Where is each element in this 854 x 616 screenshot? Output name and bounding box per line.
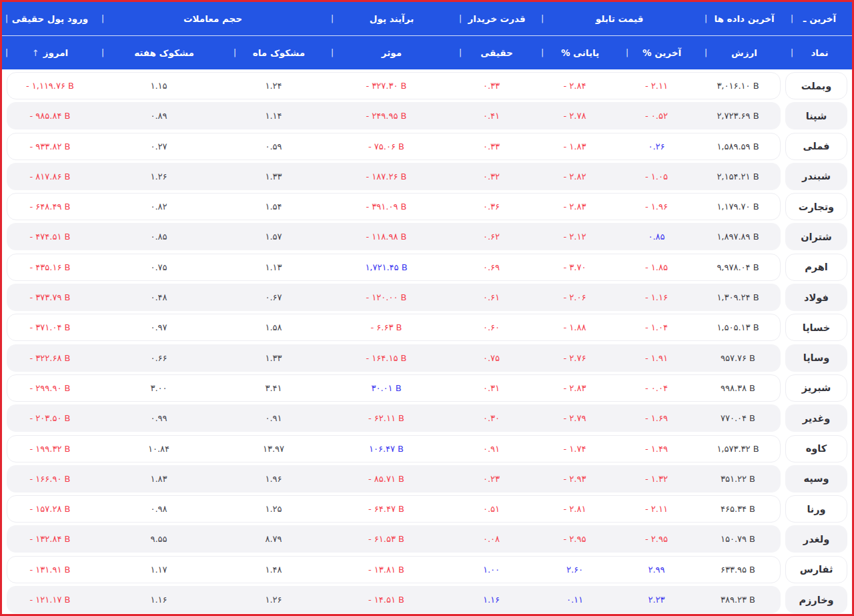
cell-last-pct: - ۰.۵۲	[617, 111, 696, 121]
cell-last-pct: - ۰.۰۴	[617, 383, 696, 393]
cell-susp-week: ۱.۸۳	[93, 474, 225, 484]
cell-susp-month: ۳.۴۱	[225, 383, 322, 393]
cell-susp-week: ۰.۴۸	[93, 292, 225, 302]
table-row[interactable]: کاوه۱,۵۷۳.۳۲ B- ۱.۴۹- ۱.۷۴۰.۹۱۱۰۶.۴۷ B۱۳…	[7, 435, 847, 463]
table-row[interactable]: ثفارس۶۳۳.۹۵ B۲.۹۹۲.۶۰۱.۰۰- ۱۳.۸۱ B۱.۴۸۱.…	[7, 556, 847, 583]
symbol-cell[interactable]: کاوه	[785, 435, 847, 463]
column-header-value[interactable]: ارزش	[701, 36, 787, 69]
cell-susp-week: ۰.۹۸	[93, 504, 225, 514]
symbol-cell[interactable]: وبملت	[785, 72, 847, 99]
cell-today: - ۳۷۳.۷۹ B	[7, 292, 93, 302]
table-row[interactable]: وساپا۹۵۷.۷۶ B- ۱.۹۱- ۲.۷۶۰.۷۵- ۱۶۴.۱۵ B۱…	[7, 344, 847, 372]
table-row[interactable]: ولغدر۱۵۰.۷۹ B- ۲.۹۵- ۲.۹۵۰.۰۸- ۶۱.۵۳ B۸.…	[7, 525, 847, 553]
cell-real-power: ۰.۹۱	[450, 444, 532, 454]
group-header-trade-volume: حجم معاملات	[98, 2, 328, 35]
symbol-cell[interactable]: فملی	[785, 133, 847, 160]
table-row[interactable]: ورنا۴۶۵.۳۴ B- ۲.۱۱- ۲.۸۱۰.۵۱- ۶۴.۴۷ B۱.۲…	[7, 495, 847, 523]
group-header-money-result: برآیند پول	[328, 2, 456, 35]
symbol-cell[interactable]: ورنا	[785, 495, 847, 523]
cell-real-power: ۰.۶۱	[450, 292, 532, 302]
cell-susp-month: ۱.۲۶	[225, 595, 322, 605]
cell-value: ۹۵۷.۷۶ B	[696, 353, 780, 363]
cell-susp-week: ۳.۰۰	[93, 383, 225, 393]
table-row[interactable]: شتران۱,۸۹۷.۸۹ B۰.۸۵- ۲.۱۲۰.۶۲- ۱۱۸.۹۸ B۱…	[7, 223, 847, 250]
column-header-last-pct[interactable]: آخرین %	[622, 36, 701, 69]
cell-value: ۱,۵۷۳.۳۲ B	[696, 444, 780, 454]
cell-susp-week: ۰.۸۲	[93, 202, 225, 212]
column-header-susp-week[interactable]: مشکوک هفته	[98, 36, 230, 69]
table-row[interactable]: وغدیر۷۷۰.۰۴ B- ۱.۶۹- ۲.۷۹۰.۳۰- ۶۲.۱۱ B۰.…	[7, 404, 847, 432]
column-header-susp-month[interactable]: مشکوک ماه	[230, 36, 328, 69]
symbol-cell[interactable]: وسپه	[785, 465, 847, 493]
table-row[interactable]: وخارزم۳۸۹.۲۳ B۲.۲۳۰.۱۱۱.۱۶- ۱۴.۵۱ B۱.۲۶۱…	[7, 586, 847, 613]
table-row[interactable]: فولاد۱,۳۰۹.۲۴ B- ۱.۱۶- ۲.۰۶۰.۶۱- ۱۲۰.۰۰ …	[7, 284, 847, 311]
column-header-today-label: امروز	[43, 47, 69, 58]
cell-susp-month: ۱.۲۴	[225, 81, 322, 91]
cell-net-flow: - ۱۱۸.۹۸ B	[322, 232, 450, 242]
symbol-cell[interactable]: اهرم	[785, 254, 847, 281]
cell-susp-week: ۰.۲۷	[93, 141, 225, 151]
cell-value: ۲,۱۵۴.۲۱ B	[696, 172, 780, 182]
column-header-net-flow[interactable]: موثر	[328, 36, 456, 69]
cell-today: - ۱۶۶.۹۰ B	[7, 474, 93, 484]
cell-net-flow: - ۳۲۷.۳۰ B	[322, 81, 450, 91]
cell-susp-month: ۰.۵۹	[225, 141, 322, 151]
table-row[interactable]: وتجارت۱,۱۷۹.۷۰ B- ۱.۹۶- ۲.۸۳۰.۳۶- ۳۹۱.۰۹…	[7, 193, 847, 220]
row-data-card: ۴۶۵.۳۴ B- ۲.۱۱- ۲.۸۱۰.۵۱- ۶۴.۴۷ B۱.۲۵۰.۹…	[7, 495, 781, 523]
symbol-cell[interactable]: وغدیر	[785, 404, 847, 432]
column-header-symbol[interactable]: نماد	[787, 36, 852, 69]
row-data-card: ۱,۱۷۹.۷۰ B- ۱.۹۶- ۲.۸۳۰.۳۶- ۳۹۱.۰۹ B۱.۵۴…	[7, 193, 781, 220]
cell-today: - ۶۴۸.۴۹ B	[7, 202, 93, 212]
cell-close-pct: - ۳.۷۰	[532, 262, 617, 272]
cell-net-flow: ۳۰.۰۱ B	[322, 383, 450, 393]
cell-susp-week: ۰.۶۶	[93, 353, 225, 363]
symbol-cell[interactable]: شتران	[785, 223, 847, 250]
group-header-real-money-inflow: ورود پول حقیقی	[2, 2, 98, 35]
symbol-cell[interactable]: وساپا	[785, 344, 847, 372]
table-row[interactable]: شپنا۲,۷۲۳.۶۹ B- ۰.۵۲- ۲.۷۸۰.۴۱- ۲۴۹.۹۵ B…	[7, 102, 847, 129]
cell-value: ۹۹۸.۳۸ B	[696, 383, 780, 393]
table-row[interactable]: خساپا۱,۵۰۵.۱۳ B- ۱.۰۴- ۱.۸۸۰.۶۰- ۶.۶۳ B۱…	[7, 314, 847, 341]
cell-today: - ۴۷۴.۵۱ B	[7, 232, 93, 242]
symbol-cell[interactable]: وخارزم	[785, 586, 847, 613]
symbol-cell[interactable]: ولغدر	[785, 525, 847, 553]
cell-today: - ۸۱۷.۸۶ B	[7, 172, 93, 182]
symbol-cell[interactable]: شبندر	[785, 163, 847, 190]
cell-last-pct: - ۱.۶۹	[617, 413, 696, 423]
column-header-today[interactable]: امروز ↑	[2, 36, 98, 69]
cell-net-flow: - ۶۴.۴۷ B	[322, 504, 450, 514]
table-row[interactable]: شبندر۲,۱۵۴.۲۱ B- ۱.۰۵- ۲.۸۲۰.۳۲- ۱۸۷.۲۶ …	[7, 163, 847, 190]
cell-real-power: ۱.۱۶	[450, 595, 532, 605]
cell-net-flow: - ۱۶۴.۱۵ B	[322, 353, 450, 363]
row-data-card: ۱,۳۰۹.۲۴ B- ۱.۱۶- ۲.۰۶۰.۶۱- ۱۲۰.۰۰ B۰.۶۷…	[7, 284, 781, 311]
cell-real-power: ۰.۳۰	[450, 413, 532, 423]
cell-real-power: ۰.۵۱	[450, 504, 532, 514]
cell-real-power: ۰.۲۳	[450, 474, 532, 484]
cell-last-pct: - ۱.۱۶	[617, 292, 696, 302]
row-data-card: ۱۵۰.۷۹ B- ۲.۹۵- ۲.۹۵۰.۰۸- ۶۱.۵۳ B۸.۷۹۹.۵…	[7, 525, 781, 553]
table-body: وبملت۳,۰۱۶.۱۰ B- ۲.۱۱- ۲.۸۴۰.۳۳- ۳۲۷.۳۰ …	[2, 69, 852, 613]
table-row[interactable]: اهرم۹,۹۷۸.۰۴ B- ۱.۸۵- ۳.۷۰۰.۶۹۱,۷۲۱.۴۵ B…	[7, 254, 847, 281]
cell-susp-month: ۱.۳۳	[225, 172, 322, 182]
symbol-cell[interactable]: شپنا	[785, 102, 847, 129]
table-row[interactable]: وسپه۳۵۱.۲۲ B- ۱.۳۲- ۲.۹۳۰.۲۳- ۸۵.۷۱ B۱.۹…	[7, 465, 847, 493]
cell-close-pct: ۲.۶۰	[532, 565, 617, 575]
symbol-cell[interactable]: شبریز	[785, 374, 847, 402]
symbol-cell[interactable]: ثفارس	[785, 556, 847, 583]
table-row[interactable]: شبریز۹۹۸.۳۸ B- ۰.۰۴- ۲.۸۳۰.۳۱۳۰.۰۱ B۳.۴۱…	[7, 374, 847, 402]
cell-last-pct: - ۲.۹۵	[617, 534, 696, 544]
column-header-close-pct[interactable]: پایانی %	[538, 36, 622, 69]
row-data-card: ۱,۸۹۷.۸۹ B۰.۸۵- ۲.۱۲۰.۶۲- ۱۱۸.۹۸ B۱.۵۷۰.…	[7, 223, 781, 250]
cell-real-power: ۰.۳۳	[450, 141, 532, 151]
symbol-cell[interactable]: فولاد	[785, 284, 847, 311]
cell-susp-month: ۰.۶۷	[225, 292, 322, 302]
symbol-cell[interactable]: خساپا	[785, 314, 847, 341]
table-row[interactable]: وبملت۳,۰۱۶.۱۰ B- ۲.۱۱- ۲.۸۴۰.۳۳- ۳۲۷.۳۰ …	[7, 72, 847, 99]
cell-susp-week: ۰.۹۷	[93, 322, 225, 332]
cell-net-flow: - ۱۳.۸۱ B	[322, 565, 450, 575]
column-header-real-power[interactable]: حقیقی	[456, 36, 538, 69]
symbol-cell[interactable]: وتجارت	[785, 193, 847, 220]
table-row[interactable]: فملی۱,۵۸۹.۵۹ B۰.۲۶- ۱.۸۳۰.۳۳- ۷۵.۰۶ B۰.۵…	[7, 133, 847, 160]
row-data-card: ۲,۷۲۳.۶۹ B- ۰.۵۲- ۲.۷۸۰.۴۱- ۲۴۹.۹۵ B۱.۱۴…	[7, 102, 781, 129]
cell-value: ۲,۷۲۳.۶۹ B	[696, 111, 780, 121]
